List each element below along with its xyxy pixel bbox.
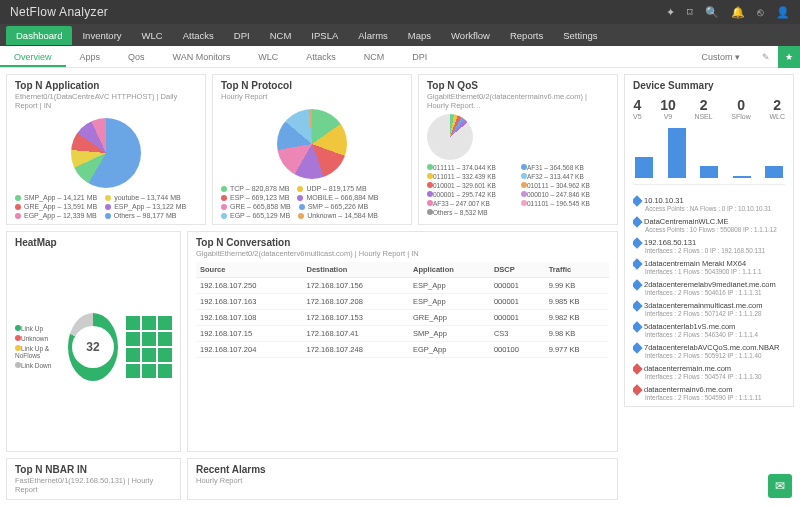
legend-item: 011111 – 374.044 KB [427, 164, 515, 171]
card-topn-nbar: Top N NBAR IN FastEthernet0/1(192.168.50… [6, 458, 181, 500]
device-info: Interfaces : 2 Flows : 507142 IP : 1.1.1… [645, 310, 785, 317]
favorite-button[interactable]: ★ [778, 46, 800, 68]
menu-maps[interactable]: Maps [398, 26, 441, 45]
legend-right: AF31 – 364.568 KBAF32 – 313.447 KB010111… [521, 164, 609, 216]
table-header[interactable]: Source [196, 262, 303, 278]
edit-icon[interactable]: ✎ [754, 52, 778, 62]
device-icon [633, 279, 643, 290]
device-item[interactable]: 1datacentremain Meraki MX64Interfaces : … [633, 259, 785, 275]
pie-chart [71, 118, 141, 188]
subtab-wlc[interactable]: WLC [244, 47, 292, 67]
device-icon [633, 384, 643, 395]
legend-item: 010111 – 304.962 KB [521, 182, 609, 189]
summary-counts: 4V510V92NSEL0SFlow2WLC [633, 97, 785, 120]
table-header[interactable]: DSCP [490, 262, 545, 278]
bar [700, 166, 718, 178]
table-row[interactable]: 192.168.107.15172.168.107.41SMP_AppCS39.… [196, 326, 609, 342]
legend: SMP_App – 14,121 MByoutube – 13,744 MBGR… [15, 194, 197, 219]
device-item[interactable]: datacenterremain.me.comInterfaces : 2 Fl… [633, 364, 785, 380]
legend-item: 010001 – 329.601 KB [427, 182, 515, 189]
device-info: Access Points : 10 Flows : 550808 IP : 1… [645, 226, 785, 233]
card-title: HeatMap [15, 237, 172, 248]
menu-ncm[interactable]: NCM [260, 26, 302, 45]
device-item[interactable]: 5datacenterlab1vS.me.comInterfaces : 2 F… [633, 322, 785, 338]
bar [765, 166, 783, 178]
device-name: 7datacenterelabAVCQoS.me.com.NBAR [644, 343, 779, 352]
device-item[interactable]: 3datacenteremainmulticast.me.comInterfac… [633, 301, 785, 317]
device-icon [633, 363, 643, 374]
bar [668, 128, 686, 178]
legend-item: EGP – 665,129 MB [221, 212, 290, 219]
table-row[interactable]: 192.168.107.163172.168.107.208ESP_App000… [196, 294, 609, 310]
legend-item: youtube – 13,744 MB [105, 194, 181, 201]
card-title: Top N Conversation [196, 237, 609, 248]
device-item[interactable]: datacentermainv6.me.comInterfaces : 2 Fl… [633, 385, 785, 401]
subtab-wan-monitors[interactable]: WAN Monitors [159, 47, 245, 67]
menu-workflow[interactable]: Workflow [441, 26, 500, 45]
bell-icon[interactable]: 🔔 [731, 6, 745, 19]
legend-item: Others – 98,177 MB [105, 212, 177, 219]
titlebar: NetFlow Analyzer ✦ ⌑ 🔍 🔔 ⎋ 👤 [0, 0, 800, 24]
user-icon[interactable]: 👤 [776, 6, 790, 19]
tune-icon[interactable]: ⎋ [757, 6, 764, 19]
device-name: 192.168.50.131 [644, 238, 696, 247]
device-info: Access Points : NA Flows : 0 IP : 10.10.… [645, 205, 785, 212]
subtab-overview[interactable]: Overview [0, 47, 66, 67]
legend-item: Unknown [15, 335, 60, 342]
card-title: Recent Alarms [196, 464, 609, 475]
subtab-ncm[interactable]: NCM [350, 47, 399, 67]
custom-dropdown[interactable]: Custom ▾ [687, 47, 754, 67]
menu-settings[interactable]: Settings [553, 26, 607, 45]
card-subtitle: Hourly Report [221, 92, 403, 101]
card-recent-alarms: Recent Alarms Hourly Report [187, 458, 618, 500]
card-title: Top N NBAR IN [15, 464, 172, 475]
subtab-dpi[interactable]: DPI [398, 47, 441, 67]
legend-item: AF33 – 247.007 KB [427, 200, 515, 207]
legend-item: Unknown – 14,584 MB [298, 212, 378, 219]
device-name: 5datacenterlab1vS.me.com [644, 322, 735, 331]
menu-ipsla[interactable]: IPSLA [301, 26, 348, 45]
device-info: Interfaces : 2 Flows : 0 IP : 192.168.50… [645, 247, 785, 254]
legend-item: GRE_App – 13,591 MB [15, 203, 97, 210]
device-icon [633, 321, 643, 332]
device-icon [633, 216, 643, 227]
table-row[interactable]: 192.168.107.204172.168.107.248EGP_App000… [196, 342, 609, 358]
device-item[interactable]: DataCentremainWLC.MEAccess Points : 10 F… [633, 217, 785, 233]
menu-wlc[interactable]: WLC [132, 26, 173, 45]
table-header[interactable]: Destination [303, 262, 410, 278]
menu-dpi[interactable]: DPI [224, 26, 260, 45]
donut-value: 32 [86, 340, 99, 354]
table-row[interactable]: 192.168.107.250172.168.107.156ESP_App000… [196, 278, 609, 294]
menu-alarms[interactable]: Alarms [348, 26, 398, 45]
subtab-apps[interactable]: Apps [66, 47, 115, 67]
menu-reports[interactable]: Reports [500, 26, 553, 45]
card-topn-qos: Top N QoS GigabitEthernet0/2(datacenterm… [418, 74, 618, 225]
device-name: datacentermainv6.me.com [644, 385, 732, 394]
subtab-attacks[interactable]: Attacks [292, 47, 350, 67]
device-item[interactable]: 7datacenterelabAVCQoS.me.com.NBARInterfa… [633, 343, 785, 359]
device-info: Interfaces : 2 Flows : 504616 IP : 1.1.1… [645, 289, 785, 296]
legend-item: ESP_App – 13,122 MB [105, 203, 186, 210]
heatmap-grid [126, 316, 172, 378]
device-info: Interfaces : 1 Flows : 5043900 IP : 1.1.… [645, 268, 785, 275]
summary-stat: 10V9 [660, 97, 676, 120]
device-item[interactable]: 192.168.50.131Interfaces : 2 Flows : 0 I… [633, 238, 785, 254]
device-info: Interfaces : 2 Flows : 546340 IP : 1.1.1… [645, 331, 785, 338]
legend-item: AF31 – 364.568 KB [521, 164, 609, 171]
heatmap-legend: Link UpUnknownLink Up & NoFlowsLink Down [15, 325, 60, 369]
summary-stat: 2WLC [769, 97, 785, 120]
screen-icon[interactable]: ⌑ [687, 6, 693, 19]
device-item[interactable]: 2datacenteremelabv9medianet.me.comInterf… [633, 280, 785, 296]
table-row[interactable]: 192.168.107.108172.168.107.153GRE_App000… [196, 310, 609, 326]
menu-inventory[interactable]: Inventory [72, 26, 131, 45]
pushpin-icon[interactable]: ✦ [666, 6, 675, 19]
subtab-qos[interactable]: Qos [114, 47, 159, 67]
chat-button[interactable]: ✉ [768, 474, 792, 498]
menu-attacks[interactable]: Attacks [173, 26, 224, 45]
search-icon[interactable]: 🔍 [705, 6, 719, 19]
table-header[interactable]: Traffic [545, 262, 609, 278]
card-title: Top N Protocol [221, 80, 403, 91]
device-item[interactable]: 10.10.10.31Access Points : NA Flows : 0 … [633, 196, 785, 212]
table-header[interactable]: Application [409, 262, 490, 278]
menu-dashboard[interactable]: Dashboard [6, 26, 72, 45]
